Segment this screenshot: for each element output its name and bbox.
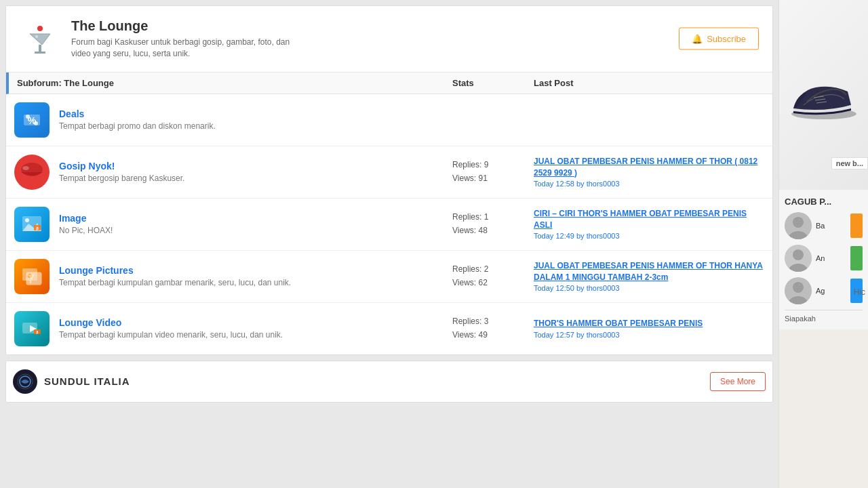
gosip-views: Views: 91 (452, 172, 534, 185)
shoe-image (787, 68, 861, 122)
subforum-name-deals[interactable]: Deals (59, 108, 452, 119)
forum-description: Forum bagi Kaskuser untuk berbagi gosip,… (71, 37, 290, 60)
video-replies: Replies: 3 (452, 315, 534, 328)
subforum-desc-pictures: Tempat berbagi kumpulan gambar menarik, … (59, 278, 452, 287)
video-last-post-link[interactable]: THOR'S HAMMER OBAT PEMBESAR PENIS (534, 318, 764, 329)
pictures-replies: Replies: 2 (452, 263, 534, 276)
col-header-stats: Stats (452, 78, 534, 88)
svg-point-12 (25, 218, 29, 222)
subforum-icon-gosip (14, 155, 50, 190)
forum-container: The Lounge Forum bagi Kaskuser untuk ber… (5, 5, 773, 355)
subforum-lastpost-video: THOR'S HAMMER OBAT PEMBESAR PENIS Today … (534, 318, 764, 339)
cagub-name-1: Ba (816, 222, 850, 230)
subforum-lastpost-gosip: JUAL OBAT PEMBESAR PENIS HAMMER OF THOR … (534, 156, 764, 188)
subscribe-label: Subscribe (707, 34, 746, 44)
new-badge-text: new b... (836, 159, 863, 167)
cagub-title: CAGUB P... (785, 197, 863, 207)
svg-point-32 (793, 217, 804, 228)
image-last-post-link[interactable]: CIRI – CIRI THOR'S HAMMER OBAT PEMBESAR … (534, 208, 764, 231)
cagub-name-2: An (816, 254, 850, 262)
cagub-section: CAGUB P... Ba (779, 190, 868, 329)
subforum-info-image: Image No Pic, HOAX! (59, 213, 452, 235)
svg-point-7 (26, 115, 30, 119)
sidebar-ad-shoe[interactable]: new b... (779, 0, 868, 190)
subforum-stats-image: Replies: 1 Views: 48 (452, 211, 534, 237)
svg-marker-1 (30, 34, 50, 45)
bottom-bar: SUNDUL ITALIA See More (5, 361, 773, 403)
forum-title-area: The Lounge Forum bagi Kaskuser untuk ber… (71, 18, 290, 60)
col-header-subforum: Subforum: The Lounge (17, 78, 452, 88)
pictures-last-post-meta-text: Today 12:50 by thors0003 (534, 284, 620, 292)
pictures-last-post-link[interactable]: JUAL OBAT PEMBESAR PENIS HAMMER OF THOR … (534, 260, 764, 283)
video-last-post-meta-text: Today 12:57 by thors0003 (534, 331, 620, 339)
col-header-lastpost: Last Post (534, 78, 764, 88)
subforum-info-pictures: Lounge Pictures Tempat berbagi kumpulan … (59, 265, 452, 287)
svg-rect-20 (30, 280, 31, 283)
svg-point-4 (35, 35, 38, 38)
siapakah-text: Siapakah (785, 310, 863, 323)
subforum-row-pictures: Lounge Pictures Tempat berbagi kumpulan … (6, 251, 772, 303)
forum-title: The Lounge (71, 18, 290, 34)
cagub-avatar-3 (785, 277, 812, 304)
subforum-name-pictures[interactable]: Lounge Pictures (59, 265, 452, 276)
svg-rect-2 (39, 45, 41, 52)
svg-text:β: β (36, 330, 38, 334)
gosip-last-post-link[interactable]: JUAL OBAT PEMBESAR PENIS HAMMER OF THOR … (534, 156, 764, 179)
svg-point-8 (34, 121, 38, 125)
forum-icon (20, 18, 60, 59)
subforum-icon-image: β (14, 207, 50, 242)
subforum-lastpost-pictures: JUAL OBAT PEMBESAR PENIS HAMMER OF THOR … (534, 260, 764, 293)
svg-point-0 (37, 26, 43, 31)
cagub-item-1: Ba (785, 212, 863, 239)
subforum-info-deals: Deals Tempat berbagi promo dan diskon me… (59, 108, 452, 131)
subforum-row-deals: % Deals Tempat berbagi promo dan diskon … (6, 94, 772, 146)
video-views: Views: 49 (452, 329, 534, 342)
cagub-bar-1 (850, 214, 863, 238)
subforum-stats-pictures: Replies: 2 Views: 62 (452, 263, 534, 289)
video-last-post-meta: Today 12:57 by thors0003 (534, 331, 764, 339)
subforum-stats-video: Replies: 3 Views: 49 (452, 315, 534, 341)
sidebar: new b... CAGUB P... Ba (778, 0, 868, 488)
cagub-name-3: Ag (816, 287, 850, 295)
subscribe-button[interactable]: 🔔 Subscribe (679, 28, 759, 50)
subforum-info-video: Lounge Video Tempat berbagi kumpulan vid… (59, 317, 452, 340)
cagub-avatar-2 (785, 245, 812, 272)
subforum-row-image: β Image No Pic, HOAX! Replies: 1 Views: … (6, 199, 772, 251)
new-badge: new b... (831, 157, 868, 169)
subforum-name-image[interactable]: Image (59, 213, 452, 224)
subscribe-icon: 🔔 (692, 34, 703, 44)
see-more-button[interactable]: See More (710, 372, 766, 391)
subforum-row-video: β Lounge Video Tempat berbagi kumpulan v… (6, 303, 772, 354)
subforum-name-gosip[interactable]: Gosip Nyok! (59, 161, 452, 171)
bottom-section-title: SUNDUL ITALIA (44, 375, 710, 387)
gosip-last-post-meta-text: Today 12:58 by thors0003 (534, 180, 620, 188)
svg-point-10 (22, 166, 29, 170)
subforum-stats-gosip: Replies: 9 Views: 91 (452, 159, 534, 184)
cagub-bar-2 (850, 246, 863, 270)
subforum-row-gosip: Gosip Nyok! Tempat bergosip bareng Kasku… (6, 146, 772, 199)
pictures-last-post-meta: Today 12:50 by thors0003 (534, 284, 764, 292)
cagub-avatar-1 (785, 212, 812, 239)
subforum-table: Subforum: The Lounge Stats Last Post % (6, 73, 772, 354)
subforum-desc-image: No Pic, HOAX! (59, 226, 452, 235)
subforum-desc-gosip: Tempat bergosip bareng Kaskuser. (59, 174, 452, 183)
image-last-post-meta: Today 12:49 by thors0003 (534, 232, 764, 240)
subforum-desc-deals: Tempat berbagi promo dan diskon menarik. (59, 121, 452, 131)
image-last-post-meta-text: Today 12:49 by thors0003 (534, 232, 620, 240)
cagub-item-2: An (785, 245, 863, 272)
subforum-name-video[interactable]: Lounge Video (59, 317, 452, 328)
svg-point-35 (793, 249, 804, 260)
subforum-lastpost-image: CIRI – CIRI THOR'S HAMMER OBAT PEMBESAR … (534, 208, 764, 241)
subforum-info-gosip: Gosip Nyok! Tempat bergosip bareng Kasku… (59, 161, 452, 183)
image-views: Views: 48 (452, 224, 534, 237)
forum-header: The Lounge Forum bagi Kaskuser untuk ber… (6, 6, 772, 73)
svg-text:β: β (36, 226, 39, 230)
sundul-icon (13, 369, 37, 394)
subforum-icon-deals: % (14, 102, 50, 138)
subforum-desc-video: Tempat berbagi kumpulan video menarik, s… (59, 330, 452, 340)
svg-rect-3 (35, 52, 45, 54)
svg-point-38 (793, 282, 804, 293)
subforum-table-header: Subforum: The Lounge Stats Last Post (6, 73, 772, 94)
subforum-icon-video: β (14, 311, 50, 346)
subforum-icon-pictures (14, 259, 50, 294)
